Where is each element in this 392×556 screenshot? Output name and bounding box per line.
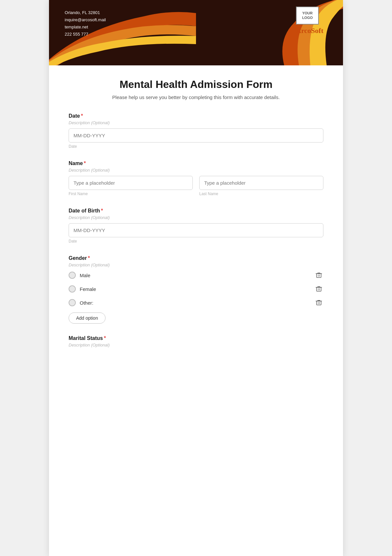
dob-input[interactable] [69, 223, 323, 237]
svg-rect-7 [317, 287, 321, 291]
radio-label-other: Other: [80, 300, 93, 306]
header-logo-area: YOUR LOGO ArcoSoft [296, 7, 323, 35]
header: Orlando, FL 32801 inquire@arcosoft.mail … [49, 0, 343, 65]
field-group-gender: Gender* Description (Optional) Male [69, 255, 323, 324]
dob-hint: Date [69, 239, 323, 244]
add-option-button[interactable]: Add option [69, 312, 106, 324]
name-row: First Name Last Name [69, 176, 323, 196]
field-group-date: Date* Description (Optional) Date [69, 113, 323, 149]
date-hint: Date [69, 144, 323, 149]
delete-female-button[interactable] [314, 284, 323, 294]
gender-description: Description (Optional) [69, 262, 323, 267]
contact-phone: 222 555 777 [65, 31, 106, 38]
name-description: Description (Optional) [69, 168, 323, 173]
logo-placeholder: YOUR LOGO [296, 7, 319, 25]
svg-rect-14 [317, 301, 321, 305]
name-label: Name* [69, 160, 323, 166]
radio-label-female: Female [80, 286, 96, 292]
radio-circle-other[interactable] [69, 299, 76, 306]
name-required: * [84, 160, 86, 166]
contact-email: inquire@arcosoft.mail [65, 16, 106, 24]
last-name-col: Last Name [199, 176, 323, 196]
form-content: Mental Health Admission Form Please help… [49, 65, 343, 379]
radio-item-male: Male [69, 271, 323, 280]
gender-label: Gender* [69, 255, 323, 261]
radio-left-female: Female [69, 285, 96, 293]
gender-radio-list: Male [69, 271, 323, 307]
dob-required: * [101, 208, 103, 213]
first-name-col: First Name [69, 176, 193, 196]
first-name-hint: First Name [69, 192, 193, 196]
page: Orlando, FL 32801 inquire@arcosoft.mail … [49, 0, 343, 556]
contact-address: Orlando, FL 32801 [65, 9, 106, 16]
last-name-hint: Last Name [199, 192, 323, 196]
last-name-input[interactable] [199, 176, 323, 190]
radio-label-male: Male [80, 273, 90, 278]
radio-item-other: Other: [69, 298, 323, 307]
dob-description: Description (Optional) [69, 215, 323, 220]
delete-male-button[interactable] [314, 271, 323, 280]
form-subtitle: Please help us serve you better by compl… [69, 94, 323, 100]
marital-status-label: Marital Status* [69, 335, 323, 341]
gender-required: * [88, 255, 90, 261]
radio-left-male: Male [69, 272, 90, 279]
radio-left-other: Other: [69, 299, 93, 306]
first-name-input[interactable] [69, 176, 193, 190]
radio-circle-male[interactable] [69, 272, 76, 279]
radio-item-female: Female [69, 284, 323, 294]
add-option-label: Add option [76, 315, 98, 321]
marital-status-description: Description (Optional) [69, 343, 323, 347]
date-input[interactable] [69, 128, 323, 143]
marital-required: * [104, 335, 106, 341]
company-name: ArcoSoft [296, 26, 323, 35]
svg-rect-0 [317, 274, 321, 278]
header-decoration-right [245, 0, 343, 65]
field-group-marital-status: Marital Status* Description (Optional) [69, 335, 323, 347]
radio-circle-female[interactable] [69, 285, 76, 293]
field-group-dob: Date of Birth* Description (Optional) Da… [69, 208, 323, 244]
date-description: Description (Optional) [69, 120, 323, 125]
header-contact: Orlando, FL 32801 inquire@arcosoft.mail … [65, 9, 106, 38]
delete-other-button[interactable] [314, 298, 323, 307]
dob-label: Date of Birth* [69, 208, 323, 214]
form-title: Mental Health Admission Form [69, 78, 323, 91]
contact-website: template.net [65, 24, 106, 31]
date-label: Date* [69, 113, 323, 119]
date-required: * [81, 113, 83, 119]
field-group-name: Name* Description (Optional) First Name … [69, 160, 323, 196]
